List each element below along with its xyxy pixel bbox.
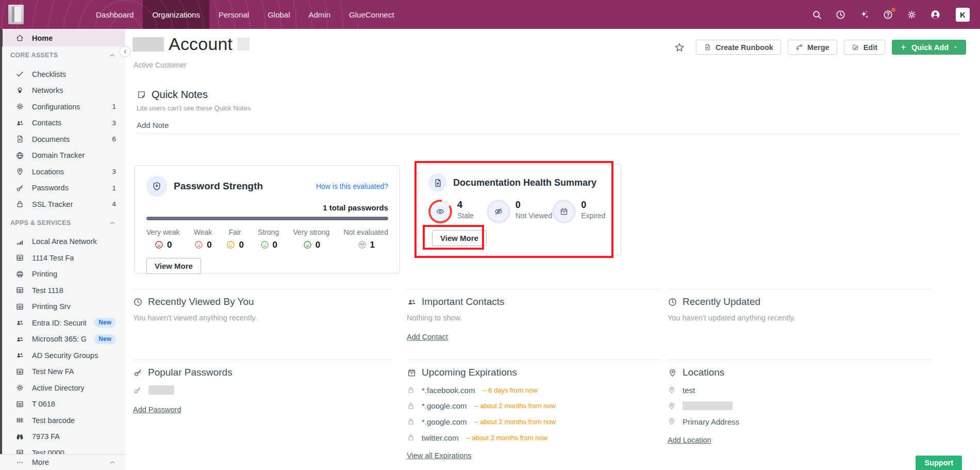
- merge-button[interactable]: Merge: [788, 40, 837, 55]
- sidebar-item-label: Networks: [32, 86, 63, 94]
- stat-value: 0: [581, 200, 605, 210]
- expiration-domain[interactable]: *.google.com: [422, 401, 467, 410]
- how-evaluated-link[interactable]: How is this evaluated?: [316, 182, 388, 190]
- expiration-domain[interactable]: twitter.com: [422, 433, 459, 442]
- sidebar-item-locations[interactable]: Locations3: [0, 164, 125, 180]
- chevron-up-icon[interactable]: [109, 219, 116, 226]
- key-icon: [133, 386, 142, 395]
- password-strength-bar: [146, 217, 388, 220]
- expiration-domain[interactable]: *.facebook.com: [422, 386, 475, 395]
- sidebar-more-toggle[interactable]: More: [0, 454, 125, 470]
- sidebar-item-checklists[interactable]: Checklists: [0, 66, 125, 83]
- tab-organizations[interactable]: Organizations: [143, 0, 209, 29]
- sidebar-item-label: Microsoft 365: Grou...: [32, 335, 86, 343]
- sidebar-item-ad-security-groups[interactable]: AD Security Groups: [0, 347, 125, 364]
- sidebar-item-passwords[interactable]: Passwords1: [0, 180, 125, 197]
- category-count: 1: [370, 240, 375, 250]
- add-password-link[interactable]: Add Password: [133, 406, 181, 414]
- sidebar-item-home[interactable]: Home: [0, 29, 125, 46]
- more-label: More: [32, 458, 49, 466]
- recently-updated-section: Recently Updated You haven't updated any…: [668, 289, 932, 352]
- add-contact-link[interactable]: Add Contact: [407, 333, 448, 341]
- category-label: Fair: [226, 228, 243, 236]
- sidebar-collapse-button[interactable]: [120, 46, 131, 57]
- password-view-more-button[interactable]: View More: [146, 258, 201, 274]
- sidebar-item-label: Entra ID: Security Gr...: [32, 319, 86, 327]
- sidebar-item-active-directory[interactable]: Active Directory: [0, 380, 125, 396]
- tab-admin[interactable]: Admin: [300, 0, 340, 29]
- sidebar-item-contacts[interactable]: Contacts3: [0, 115, 125, 132]
- password-strength-card: Password Strength How is this evaluated?…: [135, 165, 400, 273]
- settings-gear-icon[interactable]: [906, 9, 917, 20]
- expiration-due-text: – about 2 months from now: [467, 434, 548, 442]
- location-name[interactable]: Primary Address: [683, 417, 739, 426]
- sidebar-item-printing-srv[interactable]: Printing Srv: [0, 299, 125, 315]
- tab-personal[interactable]: Personal: [209, 0, 258, 29]
- support-button[interactable]: Support: [916, 456, 962, 470]
- top-navigation-bar: Dashboard Organizations Personal Global …: [0, 0, 980, 29]
- sidebar-section-apps-services[interactable]: APPS & SERVICES: [0, 216, 125, 230]
- quick-add-button[interactable]: Quick Add: [892, 40, 966, 55]
- category-count: 0: [239, 240, 243, 250]
- tab-dashboard[interactable]: Dashboard: [87, 0, 143, 29]
- add-location-link[interactable]: Add Location: [668, 436, 711, 444]
- account-avatar-icon[interactable]: [930, 9, 941, 20]
- sidebar-item-test-new-fa[interactable]: Test New FA: [0, 364, 125, 380]
- section-title: APPS & SERVICES: [10, 219, 71, 226]
- main-content: Account Active Customer Create Runbook M…: [125, 29, 980, 470]
- sidebar-item-test-barcode[interactable]: Test barcode: [0, 412, 125, 429]
- sidebar-item-label: T 0618: [32, 400, 55, 408]
- clock-icon: [668, 297, 677, 307]
- sidebar-item-test-1118[interactable]: Test 1118: [0, 282, 125, 299]
- item-count: 4: [112, 200, 116, 208]
- edit-button[interactable]: Edit: [844, 40, 885, 55]
- expiration-domain[interactable]: *.google.com: [422, 417, 467, 426]
- history-icon[interactable]: [835, 9, 846, 20]
- expiration-item: *.facebook.com– 6 days from now: [407, 382, 661, 398]
- sidebar-item-1114-test-fa[interactable]: 1114 Test Fa: [0, 250, 125, 266]
- add-note-link[interactable]: Add Note: [137, 121, 169, 129]
- locations-list: testPrimary Address: [668, 382, 932, 430]
- tab-glueconnect[interactable]: GlueConnect: [340, 0, 404, 29]
- sidebar-item-label: Passwords: [32, 184, 69, 192]
- sidebar-item-t-0618[interactable]: T 0618: [0, 396, 125, 413]
- health-stat-not-viewed: 0Not Viewed: [487, 200, 552, 223]
- location-name[interactable]: test: [683, 386, 695, 395]
- expiration-item: *.google.com– about 2 months from now: [407, 414, 661, 430]
- org-logo-thumbnail[interactable]: [8, 5, 24, 24]
- favorite-star-icon[interactable]: [674, 42, 685, 53]
- chevron-up-icon[interactable]: [109, 52, 116, 59]
- sidebar-item-label: Domain Tracker: [32, 151, 85, 159]
- category-count: 0: [273, 240, 277, 250]
- location-pin-icon: [668, 386, 676, 394]
- sidebar-item-configurations[interactable]: Configurations1: [0, 99, 125, 115]
- sidebar-item-7973-fa[interactable]: 7973 FA: [0, 429, 125, 445]
- sidebar-item-ssl-tracker[interactable]: SSL Tracker4: [0, 196, 125, 213]
- tab-global[interactable]: Global: [258, 0, 299, 29]
- popular-password-item[interactable]: [133, 385, 392, 395]
- create-runbook-button[interactable]: Create Runbook: [696, 40, 781, 55]
- sidebar-item-label: SSL Tracker: [32, 200, 73, 208]
- password-category-very-weak: Very weak0: [146, 228, 180, 250]
- stat-label: Expired: [581, 212, 605, 220]
- users-icon: [15, 335, 24, 344]
- health-view-more-button[interactable]: View More: [432, 230, 487, 246]
- lock-icon: [407, 417, 415, 426]
- core-assets-list: ChecklistsNetworksConfigurations1Contact…: [0, 66, 125, 213]
- search-icon[interactable]: [811, 9, 822, 20]
- sidebar-item-documents[interactable]: Documents6: [0, 131, 125, 148]
- view-all-expirations-link[interactable]: View all Expirations: [407, 451, 471, 460]
- help-icon[interactable]: [883, 9, 893, 20]
- sidebar-item-networks[interactable]: Networks: [0, 83, 125, 99]
- sidebar-item-microsoft-365-grou[interactable]: Microsoft 365: Grou...New: [0, 331, 125, 348]
- sidebar-section-core-assets[interactable]: CORE ASSETS: [0, 48, 125, 62]
- sidebar-item-entra-id-security-gr[interactable]: Entra ID: Security Gr...New: [0, 315, 125, 331]
- sidebar-item-local-area-network[interactable]: Local Area Network: [0, 234, 125, 250]
- sidebar-scrollbar[interactable]: [0, 29, 2, 454]
- brand-logo[interactable]: K: [956, 8, 970, 22]
- sidebar-item-label: Printing: [32, 270, 57, 278]
- sidebar-item-domain-tracker[interactable]: Domain Tracker: [0, 148, 125, 164]
- sidebar-item-printing[interactable]: Printing: [0, 266, 125, 283]
- smile-face-icon: [260, 240, 270, 250]
- ai-assist-icon[interactable]: [859, 9, 870, 20]
